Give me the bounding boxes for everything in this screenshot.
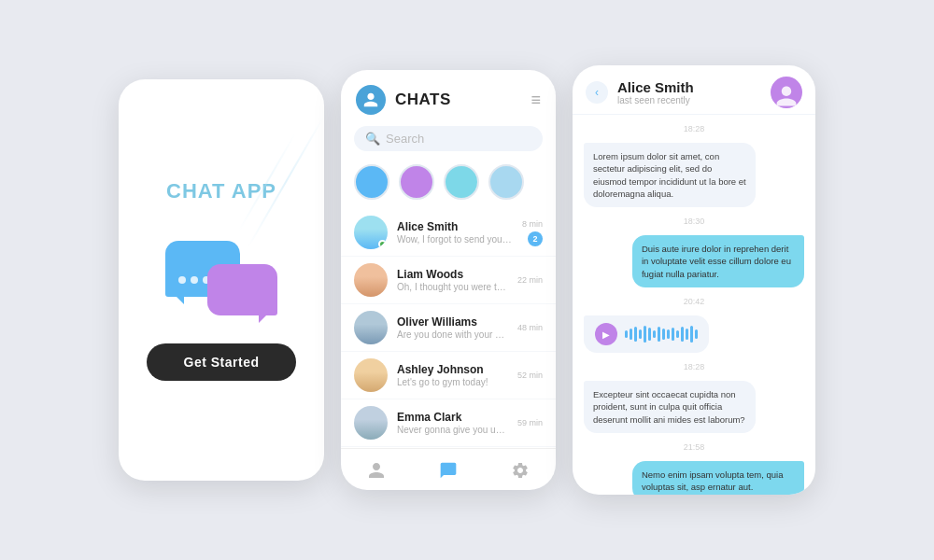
wave-bar: [653, 330, 656, 338]
chat-preview: Wow, I forgot to send you that wond- erf…: [397, 234, 513, 245]
chat-avatar: [354, 263, 388, 297]
message-incoming: Lorem ipsum dolor sit amet, con sectetur…: [584, 143, 756, 207]
online-dot: [378, 240, 387, 248]
chat-avatar: [354, 216, 388, 249]
waveform: [625, 325, 698, 343]
chat-time: 59 min: [517, 418, 543, 427]
message-timestamp: 18:28: [584, 124, 804, 133]
story-item-3[interactable]: [444, 164, 479, 200]
search-placeholder: Search: [386, 132, 424, 146]
wave-bar: [625, 330, 628, 338]
chat-name: Emma Clark: [397, 411, 508, 424]
chat-avatar: [354, 311, 388, 344]
voice-message[interactable]: ▶: [584, 315, 709, 353]
chat-info: Emma Clark Never gonna give you up, neve…: [397, 411, 508, 435]
nav-settings-icon[interactable]: [508, 458, 532, 483]
story-item-1[interactable]: [354, 164, 389, 200]
nav-chat-icon[interactable]: [436, 458, 460, 483]
story-circle-1: [354, 164, 389, 200]
contact-avatar[interactable]: [771, 77, 802, 108]
chat-info: Oliver Williams Are you done with your c…: [397, 315, 508, 340]
chat-item[interactable]: Emma Clark Never gonna give you up, neve…: [341, 399, 556, 447]
chat-meta: 52 min: [517, 371, 543, 380]
messages-area: 18:28Lorem ipsum dolor sit amet, con sec…: [573, 115, 815, 495]
header-avatar[interactable]: [356, 85, 386, 115]
message-timestamp: 18:28: [584, 362, 804, 371]
chat-preview: Never gonna give you up, never...: [397, 425, 508, 435]
message-incoming: Excepteur sint occaecat cupidta non proi…: [584, 381, 756, 433]
wave-bar: [667, 329, 670, 339]
chats-title: CHATS: [395, 91, 451, 109]
chat-item[interactable]: Alice Smith Wow, I forgot to send you th…: [341, 209, 556, 257]
story-circle-2: [399, 164, 434, 200]
bottom-nav: [341, 448, 556, 490]
wave-bar: [676, 330, 679, 338]
menu-icon[interactable]: ≡: [531, 91, 541, 110]
wave-bar: [630, 329, 632, 340]
chat-meta: 22 min: [517, 275, 543, 285]
chat-avatar: [354, 406, 388, 440]
chat-item[interactable]: Oliver Williams Are you done with your c…: [341, 304, 556, 352]
chat-name: Oliver Williams: [397, 315, 508, 329]
chat-item[interactable]: Ashley Johnson Let's go to gym today! 52…: [341, 352, 556, 399]
stories-row: [341, 161, 556, 209]
chatview-header: ‹ Alice Smith last seen recently: [573, 65, 815, 115]
dot-1: [178, 276, 186, 284]
chat-avatar: [354, 358, 388, 392]
message-timestamp: 18:30: [584, 217, 804, 226]
welcome-screen: CHAT APP Get Started: [119, 79, 324, 481]
chat-info: Ashley Johnson Let's go to gym today!: [397, 363, 508, 387]
chat-info: Liam Woods Oh, I thought you were talkin…: [397, 268, 508, 292]
chat-time: 52 min: [517, 371, 543, 380]
chatview-screen: ‹ Alice Smith last seen recently 18:28Lo…: [573, 65, 815, 495]
chat-preview: Let's go to gym today!: [397, 377, 508, 387]
story-item-4[interactable]: [488, 164, 524, 200]
chat-list: Alice Smith Wow, I forgot to send you th…: [341, 209, 556, 448]
wave-bar: [686, 329, 688, 340]
chat-name: Ashley Johnson: [397, 363, 508, 376]
chat-icon-illustration: [165, 231, 277, 315]
wave-bar: [639, 329, 642, 339]
chatlist-header: CHATS ≡: [341, 70, 556, 122]
dots-row: [178, 276, 210, 284]
screens-container: CHAT APP Get Started CHATS ≡: [119, 65, 815, 495]
search-icon: 🔍: [365, 132, 380, 146]
bubble-purple: [207, 264, 277, 315]
back-button[interactable]: ‹: [586, 81, 608, 104]
message-outgoing: Nemo enim ipsam volupta tem, quia volupt…: [632, 461, 804, 495]
chat-badge: 2: [528, 231, 543, 246]
chat-name: Liam Woods: [397, 268, 508, 281]
wave-bar: [658, 327, 660, 342]
chat-meta: 8 min 2: [522, 219, 543, 246]
dot-2: [191, 276, 198, 284]
chat-meta: 48 min: [517, 323, 543, 332]
story-item-2[interactable]: [399, 164, 434, 200]
wave-bar: [695, 329, 698, 339]
message-timestamp: 20:42: [584, 297, 804, 306]
story-circle-4: [488, 164, 524, 200]
chat-item[interactable]: Liam Woods Oh, I thought you were talkin…: [341, 257, 556, 304]
wave-bar: [690, 326, 693, 343]
chat-time: 48 min: [517, 323, 543, 332]
chatlist-screen: CHATS ≡ 🔍 Search: [341, 70, 556, 490]
wave-bar: [681, 327, 684, 342]
chat-meta: 59 min: [517, 418, 543, 427]
header-left: CHATS: [356, 85, 451, 115]
contact-info: Alice Smith last seen recently: [617, 79, 761, 105]
chat-preview: Oh, I thought you were talking about com…: [397, 282, 508, 292]
contact-status: last seen recently: [617, 95, 761, 105]
search-bar[interactable]: 🔍 Search: [354, 126, 543, 151]
wave-bar: [634, 327, 637, 342]
wave-bar: [648, 328, 651, 341]
chat-time: 22 min: [517, 275, 543, 285]
chat-info: Alice Smith Wow, I forgot to send you th…: [397, 220, 513, 245]
message-outgoing: Duis aute irure dolor in reprehen derit …: [632, 235, 804, 287]
play-button[interactable]: ▶: [595, 323, 617, 345]
wave-bar: [644, 326, 646, 343]
get-started-button[interactable]: Get Started: [147, 343, 297, 381]
nav-profile-icon[interactable]: [364, 458, 389, 483]
story-circle-3: [444, 164, 479, 200]
wave-bar: [662, 329, 665, 340]
contact-name: Alice Smith: [617, 79, 761, 95]
chat-time: 8 min: [522, 219, 543, 229]
